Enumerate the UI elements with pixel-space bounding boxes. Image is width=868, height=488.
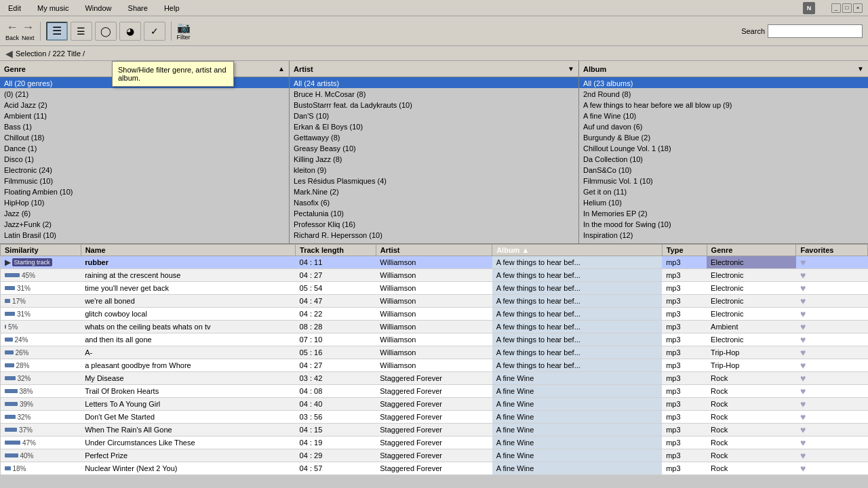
artist-item[interactable]: Dan'S (10) <box>290 110 578 121</box>
breadcrumb-left-arrow[interactable]: ◀ <box>5 48 13 59</box>
cell-favorites[interactable]: ♥ <box>796 256 868 269</box>
genre-item[interactable]: (0) (21) <box>0 88 289 99</box>
cell-favorites[interactable]: ♥ <box>796 308 868 321</box>
radio-button[interactable]: ◕ <box>119 22 141 41</box>
table-row[interactable]: 5%whats on the ceiling beats whats on tv… <box>1 321 868 333</box>
artist-item[interactable]: kleiton (9) <box>290 164 578 175</box>
table-row[interactable]: 17%we're all boned04 : 47WilliamsonA few… <box>1 295 868 308</box>
filter-nav[interactable]: 📷 Filter <box>177 21 191 41</box>
artist-item[interactable]: Les Résidus Plasmiques (4) <box>290 175 578 186</box>
genre-item[interactable]: Filmmusic (10) <box>0 175 289 186</box>
col-favorites[interactable]: Favorites <box>796 245 868 256</box>
artist-item[interactable]: Bruce H. McCosar (8) <box>290 88 578 99</box>
artist-item-all[interactable]: All (24 artists) <box>290 77 578 88</box>
table-row[interactable]: 39%Letters To A Young Girl04 : 40Stagger… <box>1 398 868 411</box>
minimize-button[interactable]: _ <box>831 3 841 13</box>
album-item[interactable]: DanS&Co (10) <box>579 164 868 175</box>
album-item[interactable]: 2nd Round (8) <box>579 88 868 99</box>
cell-favorites[interactable]: ♥ <box>796 398 868 411</box>
album-item-all[interactable]: All (23 albums) <box>579 77 868 88</box>
col-type[interactable]: Type <box>662 245 707 256</box>
artist-item[interactable]: Professor Kliq (16) <box>290 218 578 229</box>
table-row[interactable]: 24%and then its all gone07 : 10Williamso… <box>1 333 868 346</box>
cell-favorites[interactable]: ♥ <box>796 462 868 475</box>
col-artist[interactable]: Artist <box>376 245 492 256</box>
eq-button[interactable]: ✓ <box>144 22 165 41</box>
cell-favorites[interactable]: ♥ <box>796 295 868 308</box>
genre-item[interactable]: Ambient (11) <box>0 110 289 121</box>
cell-favorites[interactable]: ♥ <box>796 385 868 398</box>
filter-panel-button[interactable]: ☰ <box>46 22 68 41</box>
cell-favorites[interactable]: ♥ <box>796 346 868 359</box>
col-genre[interactable]: Genre <box>707 245 796 256</box>
genre-item[interactable]: Floating Ambien (10) <box>0 186 289 197</box>
artist-item[interactable]: Mark.Nine (2) <box>290 186 578 197</box>
album-item[interactable]: Burgundy & Blue (2) <box>579 131 868 142</box>
album-item[interactable]: In Memories EP (2) <box>579 207 868 218</box>
genre-item[interactable]: Jazz (6) <box>0 207 289 218</box>
album-item[interactable]: Inspiration (12) <box>579 229 868 240</box>
table-row[interactable]: 28%a pleasant goodbye from Whore04 : 27W… <box>1 359 868 372</box>
table-row[interactable]: 37%When The Rain's All Gone04 : 15Stagge… <box>1 424 868 436</box>
genre-item[interactable]: Chillout (18) <box>0 131 289 142</box>
menu-window[interactable]: Window <box>82 3 114 14</box>
genre-sort-btn[interactable]: ▲ <box>278 65 285 73</box>
list-view-button[interactable]: ☰ <box>71 22 92 41</box>
col-track-length[interactable]: Track length <box>296 245 376 256</box>
back-nav[interactable]: ← Back <box>5 20 19 41</box>
album-item[interactable]: Filmmusic Vol. 1 (10) <box>579 175 868 186</box>
cell-favorites[interactable]: ♥ <box>796 359 868 372</box>
album-item[interactable]: A fine Wine (10) <box>579 110 868 121</box>
cell-favorites[interactable]: ♥ <box>796 449 868 462</box>
cell-favorites[interactable]: ♥ <box>796 321 868 333</box>
artist-item[interactable]: Gettawayy (8) <box>290 131 578 142</box>
artist-item[interactable]: Richard R. Hepersson (10) <box>290 229 578 240</box>
cell-favorites[interactable]: ♥ <box>796 424 868 436</box>
album-item[interactable]: Helium (10) <box>579 197 868 207</box>
col-similarity[interactable]: Similarity <box>1 245 81 256</box>
album-item[interactable]: Auf und davon (6) <box>579 121 868 131</box>
artist-item[interactable]: Pectalunia (10) <box>290 207 578 218</box>
table-row[interactable]: 31%glitch cowboy local04 : 22WilliamsonA… <box>1 308 868 321</box>
menu-help[interactable]: Help <box>161 3 182 14</box>
album-header[interactable]: Album ▼ <box>579 61 868 77</box>
genre-item[interactable]: Acid Jazz (2) <box>0 99 289 110</box>
artist-item[interactable]: Erkan & El Boys (10) <box>290 121 578 131</box>
cell-favorites[interactable]: ♥ <box>796 269 868 282</box>
table-row[interactable]: 47%Under Circumstances Like These04 : 19… <box>1 436 868 449</box>
table-row[interactable]: 32%Don't Get Me Started03 : 56Staggered … <box>1 411 868 424</box>
col-album[interactable]: Album ▲ <box>492 245 663 256</box>
table-row[interactable]: 26%A-05 : 16WilliamsonA few things to he… <box>1 346 868 359</box>
table-row[interactable]: 45%raining at the crescent house04 : 27W… <box>1 269 868 282</box>
genre-item[interactable]: Dance (1) <box>0 142 289 153</box>
artist-item[interactable]: Nasofix (6) <box>290 197 578 207</box>
table-row[interactable]: 32%My Disease03 : 42Staggered ForeverA f… <box>1 372 868 385</box>
menu-share[interactable]: Share <box>125 3 151 14</box>
table-row[interactable]: 40%Perfect Prize04 : 29Staggered Forever… <box>1 449 868 462</box>
table-row[interactable]: 31%time you'll never get back05 : 54Will… <box>1 282 868 295</box>
artist-sort-btn[interactable]: ▼ <box>568 65 574 73</box>
album-item[interactable]: In the mood for Swing (10) <box>579 218 868 229</box>
cell-favorites[interactable]: ♥ <box>796 282 868 295</box>
genre-item[interactable]: Electronic (24) <box>0 164 289 175</box>
menu-edit[interactable]: Edit <box>5 3 24 14</box>
cell-favorites[interactable]: ♥ <box>796 333 868 346</box>
cell-favorites[interactable]: ♥ <box>796 372 868 385</box>
album-item[interactable]: Get it on (11) <box>579 186 868 197</box>
genre-item[interactable]: Disco (1) <box>0 153 289 164</box>
col-name[interactable]: Name <box>81 245 295 256</box>
genre-item[interactable]: Bass (1) <box>0 121 289 131</box>
album-item[interactable]: Chillout Lounge Vol. 1 (18) <box>579 142 868 153</box>
next-nav[interactable]: → Next <box>22 20 35 41</box>
cover-view-button[interactable]: ◯ <box>95 22 117 41</box>
maximize-button[interactable]: □ <box>842 3 852 13</box>
close-button[interactable]: × <box>853 3 863 13</box>
album-item[interactable]: A few things to hear before we all blow … <box>579 99 868 110</box>
artist-header[interactable]: Artist ▼ <box>290 61 578 77</box>
artist-item[interactable]: BustoStarrr feat. da Ladykrauts (10) <box>290 99 578 110</box>
artist-item[interactable]: Killing Jazz (8) <box>290 153 578 164</box>
cell-favorites[interactable]: ♥ <box>796 411 868 424</box>
album-item[interactable]: Da Collection (10) <box>579 153 868 164</box>
menu-my-music[interactable]: My music <box>35 3 71 14</box>
genre-item[interactable]: Latin Brasil (10) <box>0 229 289 240</box>
